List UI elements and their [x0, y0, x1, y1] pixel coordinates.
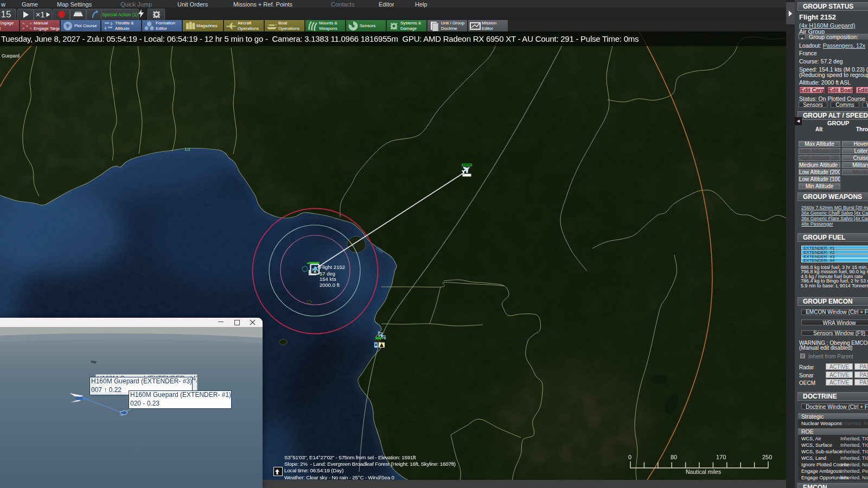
svg-text:Guepard: Guepard [2, 53, 20, 59]
svg-text:Lo: Lo [185, 146, 190, 152]
svg-text:Flight 2152: Flight 2152 [320, 264, 345, 270]
svg-text:154 kts: 154 kts [320, 276, 336, 282]
svg-text:Nautical miles: Nautical miles [686, 468, 721, 475]
svg-text:57 deg: 57 deg [320, 271, 335, 277]
svg-text:0: 0 [628, 454, 631, 460]
svg-text:250: 250 [762, 454, 772, 460]
svg-text:80: 80 [671, 454, 677, 460]
svg-text:2000.0 ft: 2000.0 ft [320, 282, 340, 288]
svg-text:170: 170 [716, 454, 726, 460]
